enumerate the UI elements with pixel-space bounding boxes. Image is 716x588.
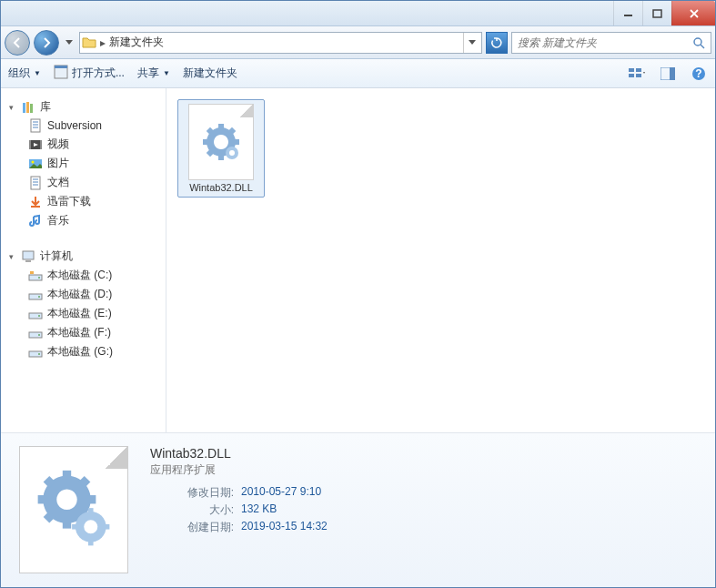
svg-rect-15 [30,104,33,113]
chevron-down-icon: ▼ [34,69,41,77]
svg-rect-63 [88,508,94,513]
svg-rect-0 [624,15,632,16]
svg-rect-6 [636,68,641,72]
svg-rect-29 [31,206,40,208]
svg-rect-64 [88,541,94,546]
open-with-button[interactable]: 打开方式... [54,65,125,82]
svg-point-42 [38,353,40,355]
refresh-button[interactable] [486,32,508,54]
help-button[interactable]: ? [690,65,708,83]
folder-icon [82,35,96,50]
svg-rect-5 [629,68,634,72]
collapse-icon[interactable]: ▾ [6,251,16,261]
svg-point-40 [38,334,40,336]
detail-label: 大小: [150,502,241,518]
svg-rect-43 [218,124,224,129]
sidebar-item[interactable]: 文档 [1,173,166,192]
svg-point-62 [84,520,97,533]
search-box[interactable] [511,32,711,54]
svg-rect-54 [63,520,71,528]
collapse-icon[interactable]: ▾ [6,102,16,112]
new-folder-button[interactable]: 新建文件夹 [183,66,237,81]
svg-rect-46 [234,139,239,145]
sidebar-item-label: 本地磁盘 (D:) [47,287,112,302]
details-pane: Wintab32.DLL 应用程序扩展 修改日期:2010-05-27 9:10… [1,432,715,587]
sidebar-item[interactable]: 本地磁盘 (C:) [1,266,166,285]
sidebar-item[interactable]: 迅雷下载 [1,192,166,211]
doc-icon [28,118,43,133]
svg-point-38 [38,315,40,317]
svg-rect-16 [31,119,40,132]
music-icon [28,214,43,228]
svg-rect-30 [23,251,34,259]
share-label: 共享 [137,66,159,81]
download-icon [28,195,43,209]
svg-rect-53 [63,471,71,479]
svg-text:?: ? [695,67,701,80]
sidebar-item-label: 库 [40,99,51,115]
drive-sys-icon [28,269,43,283]
svg-rect-4 [55,66,67,68]
drive-icon [28,326,43,340]
organize-menu[interactable]: 组织 ▼ [8,66,41,81]
sidebar-item[interactable]: Subversion [1,117,166,135]
detail-value: 2019-03-15 14:32 [241,520,328,535]
svg-rect-8 [636,74,641,77]
sidebar-item-libraries[interactable]: ▾ 库 [1,97,166,117]
back-button[interactable] [5,30,30,56]
sidebar-item[interactable]: 视频 [1,135,166,154]
file-thumbnail [188,104,254,180]
detail-row: 创建日期:2019-03-15 14:32 [150,520,697,535]
detail-row: 大小:132 KB [150,502,697,518]
sidebar-item-computer[interactable]: ▾ 计算机 [1,247,166,266]
svg-rect-44 [218,155,224,160]
drive-icon [28,288,43,302]
sidebar-item-label: 本地磁盘 (C:) [47,268,112,283]
sidebar-item-label: Subversion [47,119,102,132]
view-options-button[interactable] [628,65,646,83]
libraries-group: ▾ 库 Subversion视频图片文档迅雷下载音乐 [1,97,166,230]
sidebar-item[interactable]: 本地磁盘 (F:) [1,323,166,342]
titlebar[interactable] [1,1,715,26]
svg-rect-14 [26,102,29,113]
sidebar-item[interactable]: 本地磁盘 (E:) [1,304,166,323]
file-item[interactable]: Wintab32.DLL [177,99,265,198]
sidebar-item[interactable]: 音乐 [1,211,166,230]
forward-button[interactable] [34,30,59,56]
detail-row: 修改日期:2010-05-27 9:10 [150,485,697,501]
sidebar-item-label: 音乐 [47,213,69,228]
details-filetype: 应用程序扩展 [150,462,697,478]
chevron-down-icon: ▼ [163,69,170,77]
minimize-button[interactable] [613,1,642,25]
breadcrumb-current[interactable]: 新建文件夹 [109,35,164,50]
address-dropdown[interactable] [463,33,479,53]
sidebar-item[interactable]: 图片 [1,154,166,173]
svg-rect-13 [23,103,25,113]
navigation-pane: ▾ 库 Subversion视频图片文档迅雷下载音乐 ▾ 计算机 本地磁 [1,88,166,432]
sidebar-item[interactable]: 本地磁盘 (G:) [1,342,166,361]
file-list[interactable]: Wintab32.DLL [166,88,715,432]
svg-point-24 [32,160,35,163]
new-folder-label: 新建文件夹 [183,66,237,81]
svg-rect-10 [670,67,675,80]
open-with-label: 打开方式... [72,66,125,81]
history-dropdown[interactable] [63,35,76,51]
sidebar-item[interactable]: 本地磁盘 (D:) [1,285,166,304]
svg-rect-65 [72,524,77,530]
computer-icon [21,249,35,264]
maximize-button[interactable] [642,1,671,25]
svg-point-52 [229,150,235,156]
sidebar-item-label: 文档 [47,175,69,190]
toolbar: 组织 ▼ 打开方式... 共享 ▼ 新建文件夹 ? [1,59,715,88]
navigation-bar: ▸ 新建文件夹 [1,26,715,59]
preview-pane-button[interactable] [659,65,677,83]
share-menu[interactable]: 共享 ▼ [137,66,170,81]
address-bar[interactable]: ▸ 新建文件夹 [79,32,482,54]
search-input[interactable] [518,36,692,49]
svg-rect-1 [653,10,661,17]
close-button[interactable] [671,1,715,25]
app-icon [54,65,68,82]
svg-rect-45 [203,139,208,145]
body-area: ▾ 库 Subversion视频图片文档迅雷下载音乐 ▾ 计算机 本地磁 [1,88,715,432]
file-name-label: Wintab32.DLL [189,182,253,193]
